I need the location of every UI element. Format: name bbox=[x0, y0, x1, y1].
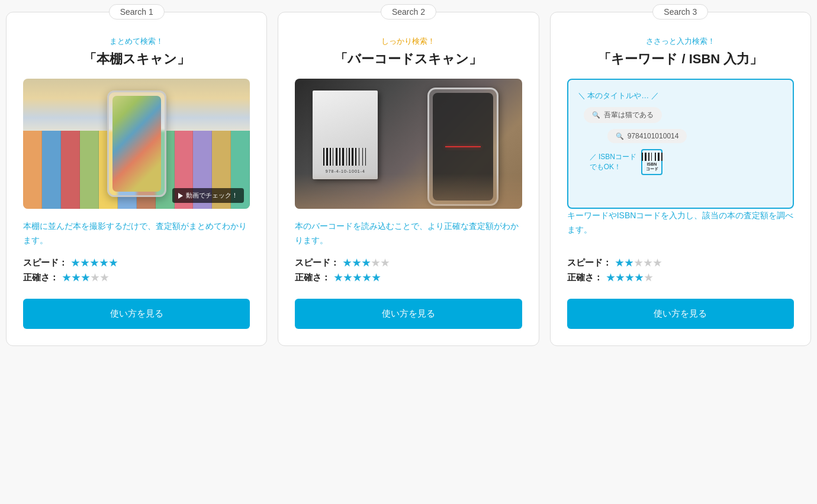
card-subtitle: しっかり検索！ bbox=[295, 36, 522, 47]
isbn-search-text-1: 吾輩は猫である bbox=[604, 110, 654, 120]
star-icon: ★ bbox=[62, 272, 70, 283]
star-icon: ★ bbox=[81, 272, 89, 283]
speed-stars: ★★★★★ bbox=[615, 257, 661, 269]
speed-label: スピード： bbox=[23, 257, 67, 269]
star-icon: ★ bbox=[616, 272, 624, 283]
speed-label: スピード： bbox=[295, 257, 339, 269]
card-3: Search 3ささっと入力検索！「キーワード / ISBN 入力」＼ 本のタイ… bbox=[550, 12, 811, 346]
card-subtitle: まとめて検索！ bbox=[23, 36, 250, 47]
accuracy-stars: ★★★★★ bbox=[334, 272, 380, 283]
accuracy-stars: ★★★★★ bbox=[606, 272, 652, 283]
card-image: 978-4-10-1001-4 bbox=[295, 79, 522, 209]
star-icon: ★ bbox=[362, 257, 370, 269]
star-icon: ★ bbox=[625, 257, 633, 269]
star-icon: ★ bbox=[635, 272, 643, 283]
isbn-hint: ＼ 本のタイトルや… ／ bbox=[578, 91, 659, 101]
star-icon: ★ bbox=[615, 257, 623, 269]
speed-stars: ★★★★★ bbox=[343, 257, 389, 269]
star-icon: ★ bbox=[644, 272, 652, 283]
accuracy-rating: 正確さ：★★★★★ bbox=[295, 272, 522, 283]
cards-container: Search 1まとめて検索！「本棚スキャン」動画でチェック！本棚に並んだ本を撮… bbox=[6, 12, 811, 346]
star-icon: ★ bbox=[334, 272, 342, 283]
play-icon bbox=[178, 193, 183, 199]
star-icon: ★ bbox=[71, 257, 79, 269]
star-icon: ★ bbox=[343, 272, 352, 283]
star-icon: ★ bbox=[371, 257, 379, 269]
search-icon-2: 🔍 bbox=[616, 133, 624, 140]
card-title: 「本棚スキャン」 bbox=[23, 50, 250, 68]
card-desc: 本のバーコードを読み込むことで、より正確な査定額がわかります。 bbox=[295, 219, 522, 248]
card-1: Search 1まとめて検索！「本棚スキャン」動画でチェック！本棚に並んだ本を撮… bbox=[6, 12, 267, 346]
star-icon: ★ bbox=[381, 257, 389, 269]
card-image: 動画でチェック！ bbox=[23, 79, 250, 209]
search-icon: 🔍 bbox=[592, 111, 600, 119]
star-icon: ★ bbox=[653, 257, 661, 269]
star-icon: ★ bbox=[362, 272, 371, 283]
card-badge: Search 2 bbox=[381, 4, 436, 20]
speed-rating: スピード：★★★★★ bbox=[23, 257, 250, 269]
star-icon: ★ bbox=[81, 257, 89, 269]
card-title: 「バーコードスキャン」 bbox=[295, 50, 522, 68]
card-image: ＼ 本のタイトルや… ／🔍吾輩は猫である🔍9784101010014／ ISBN… bbox=[567, 79, 794, 209]
star-icon: ★ bbox=[372, 272, 380, 283]
speed-rating: スピード：★★★★★ bbox=[295, 257, 522, 269]
star-icon: ★ bbox=[343, 257, 351, 269]
star-icon: ★ bbox=[606, 272, 615, 283]
star-icon: ★ bbox=[625, 272, 633, 283]
card-ratings: スピード：★★★★★正確さ：★★★★★ bbox=[295, 257, 522, 287]
star-icon: ★ bbox=[644, 257, 652, 269]
isbn-search-box-1[interactable]: 🔍吾輩は猫である bbox=[584, 107, 662, 123]
isbn-search-text-2: 9784101010014 bbox=[628, 132, 679, 140]
star-icon: ★ bbox=[90, 257, 98, 269]
star-icon: ★ bbox=[91, 272, 99, 283]
star-icon: ★ bbox=[99, 257, 108, 269]
card-cta-button[interactable]: 使い方を見る bbox=[295, 299, 522, 329]
card-badge: Search 1 bbox=[109, 4, 165, 20]
speed-rating: スピード：★★★★★ bbox=[567, 257, 794, 269]
accuracy-stars: ★★★★★ bbox=[62, 272, 108, 283]
accuracy-rating: 正確さ：★★★★★ bbox=[23, 272, 250, 283]
star-icon: ★ bbox=[352, 257, 361, 269]
card-ratings: スピード：★★★★★正確さ：★★★★★ bbox=[567, 257, 794, 287]
accuracy-label: 正確さ： bbox=[23, 272, 59, 283]
star-icon: ★ bbox=[72, 272, 80, 283]
card-cta-button[interactable]: 使い方を見る bbox=[23, 299, 250, 329]
star-icon: ★ bbox=[100, 272, 108, 283]
card-title: 「キーワード / ISBN 入力」 bbox=[567, 50, 794, 68]
card-2: Search 2しっかり検索！「バーコードスキャン」978-4-10-1001-… bbox=[278, 12, 539, 346]
accuracy-rating: 正確さ：★★★★★ bbox=[567, 272, 794, 283]
speed-stars: ★★★★★ bbox=[71, 257, 117, 269]
star-icon: ★ bbox=[634, 257, 642, 269]
speed-label: スピード： bbox=[567, 257, 612, 269]
isbn-barcode-icon: ISBN コード bbox=[641, 149, 662, 175]
isbn-bottom-note: ／ ISBNコードでもOK！ISBN コード bbox=[590, 149, 662, 175]
card-subtitle: ささっと入力検索！ bbox=[567, 36, 794, 47]
star-icon: ★ bbox=[109, 257, 117, 269]
video-button-label: 動画でチェック！ bbox=[186, 191, 238, 200]
isbn-note-label: ／ ISBNコードでもOK！ bbox=[590, 152, 636, 172]
star-icon: ★ bbox=[353, 272, 361, 283]
video-button[interactable]: 動画でチェック！ bbox=[172, 188, 244, 203]
accuracy-label: 正確さ： bbox=[567, 272, 603, 283]
card-desc: 本棚に並んだ本を撮影するだけで、査定額がまとめてわかります。 bbox=[23, 219, 250, 248]
accuracy-label: 正確さ： bbox=[295, 272, 330, 283]
isbn-search-box-2[interactable]: 🔍9784101010014 bbox=[607, 129, 687, 143]
card-desc: キーワードやISBNコードを入力し、該当の本の査定額を調べます。 bbox=[567, 209, 794, 248]
card-badge: Search 3 bbox=[652, 4, 708, 20]
card-ratings: スピード：★★★★★正確さ：★★★★★ bbox=[23, 257, 250, 287]
card-cta-button[interactable]: 使い方を見る bbox=[567, 299, 794, 329]
